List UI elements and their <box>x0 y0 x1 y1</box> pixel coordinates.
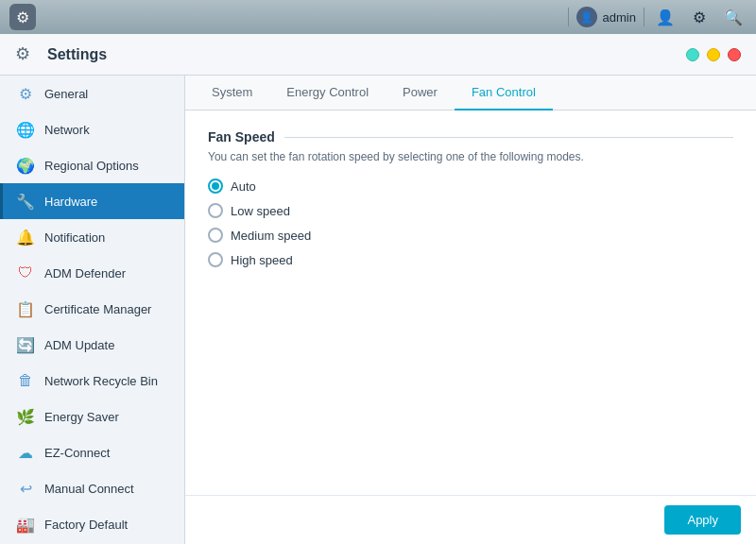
tab-content-fan-control: Fan Speed You can set the fan rotation s… <box>185 110 756 495</box>
radio-item-auto[interactable]: Auto <box>208 178 733 194</box>
sidebar-item-factory-default[interactable]: 🏭 Factory Default <box>0 506 184 542</box>
sidebar-label-cert: Certificate Manager <box>44 302 151 316</box>
sidebar-label-network: Network <box>44 123 90 137</box>
main-layout: ⚙ General 🌐 Network 🌍 Regional Options 🔧… <box>0 76 756 544</box>
user-info: 👤 admin <box>576 7 636 27</box>
tabs-bar: System Energy Control Power Fan Control <box>185 76 756 110</box>
settings-title: Settings <box>47 46 677 63</box>
sidebar-label-adm-update: ADM Update <box>44 338 114 352</box>
cert-icon: 📋 <box>16 299 35 318</box>
sidebar-label-regional: Regional Options <box>44 159 139 173</box>
sidebar-item-energy-saver[interactable]: 🌿 Energy Saver <box>0 399 184 434</box>
sidebar-label-factory: Factory Default <box>44 518 128 532</box>
sidebar-item-cert-manager[interactable]: 📋 Certificate Manager <box>0 291 184 327</box>
sidebar-label-adm-defender: ADM Defender <box>44 266 126 280</box>
settings-btn[interactable]: ⚙ <box>686 4 713 30</box>
radio-auto-inner <box>212 182 219 190</box>
adm-defender-icon: 🛡 <box>16 264 35 282</box>
settings-header-icon: ⚙ <box>15 43 38 66</box>
general-icon: ⚙ <box>16 84 35 103</box>
hardware-icon: 🔧 <box>16 192 35 211</box>
fan-speed-title: Fan Speed <box>208 129 733 144</box>
radio-item-low[interactable]: Low speed <box>208 203 733 218</box>
user-label: admin <box>603 10 636 25</box>
regional-icon: 🌍 <box>16 156 35 175</box>
tab-fan-control[interactable]: Fan Control <box>455 76 553 110</box>
network-icon: 🌐 <box>16 120 35 139</box>
sidebar-label-recycle: Network Recycle Bin <box>44 374 158 388</box>
radio-auto-label: Auto <box>231 179 256 194</box>
divider-1 <box>568 8 569 26</box>
sidebar-item-network-recycle[interactable]: 🗑 Network Recycle Bin <box>0 363 184 399</box>
sidebar-item-notification[interactable]: 🔔 Notification <box>0 219 184 255</box>
notification-icon: 🔔 <box>16 228 35 246</box>
divider-2 <box>644 8 644 26</box>
content-area: System Energy Control Power Fan Control … <box>185 76 756 544</box>
apply-button[interactable]: Apply <box>664 505 741 535</box>
radio-low-label: Low speed <box>231 204 290 218</box>
user-settings-btn[interactable]: 👤 <box>652 4 679 30</box>
sidebar-item-adm-update[interactable]: 🔄 ADM Update <box>0 327 184 363</box>
recycle-icon: 🗑 <box>16 371 35 390</box>
window-minimize-btn[interactable] <box>707 48 720 61</box>
sidebar-item-ez-connect[interactable]: ☁ EZ-Connect <box>0 434 184 470</box>
window-controls <box>686 48 741 61</box>
tab-system[interactable]: System <box>195 76 269 110</box>
settings-header: ⚙ Settings <box>0 34 756 76</box>
factory-icon: 🏭 <box>16 515 35 534</box>
fan-speed-description: You can set the fan rotation speed by se… <box>208 150 733 163</box>
sidebar-item-network[interactable]: 🌐 Network <box>0 111 184 147</box>
sidebar-item-general[interactable]: ⚙ General <box>0 76 184 111</box>
radio-auto-circle[interactable] <box>208 178 223 194</box>
sidebar-label-energy: Energy Saver <box>44 410 119 424</box>
sidebar-item-adm-defender[interactable]: 🛡 ADM Defender <box>0 255 184 291</box>
radio-item-high[interactable]: High speed <box>208 252 733 267</box>
sidebar-item-manual-connect[interactable]: ↩ Manual Connect <box>0 470 184 506</box>
fan-speed-options: Auto Low speed Medium speed High speed <box>208 178 733 267</box>
ez-icon: ☁ <box>16 443 35 462</box>
sidebar-label-manual: Manual Connect <box>44 482 134 496</box>
radio-medium-circle[interactable] <box>208 228 223 243</box>
sidebar-label-general: General <box>44 87 88 101</box>
sidebar-label-notification: Notification <box>44 230 105 245</box>
window-close-btn[interactable] <box>728 48 741 61</box>
tab-energy-control[interactable]: Energy Control <box>269 76 386 110</box>
apply-bar: Apply <box>185 495 756 544</box>
adm-update-icon: 🔄 <box>16 335 35 354</box>
sidebar-label-ez: EZ-Connect <box>44 446 110 460</box>
user-avatar-icon: 👤 <box>576 7 597 27</box>
tab-power[interactable]: Power <box>386 76 455 110</box>
manual-icon: ↩ <box>16 479 35 498</box>
radio-medium-label: Medium speed <box>231 229 311 243</box>
radio-high-label: High speed <box>231 253 293 267</box>
sidebar: ⚙ General 🌐 Network 🌍 Regional Options 🔧… <box>0 76 185 544</box>
radio-high-circle[interactable] <box>208 252 223 267</box>
app-icon: ⚙ <box>9 4 36 30</box>
radio-low-circle[interactable] <box>208 203 223 218</box>
radio-item-medium[interactable]: Medium speed <box>208 228 733 243</box>
search-btn[interactable]: 🔍 <box>720 4 747 30</box>
sidebar-item-hardware[interactable]: 🔧 Hardware <box>0 183 184 219</box>
sidebar-item-regional[interactable]: 🌍 Regional Options <box>0 147 184 183</box>
sidebar-label-hardware: Hardware <box>44 195 97 209</box>
energy-icon: 🌿 <box>16 407 35 426</box>
window-maximize-btn[interactable] <box>686 48 699 61</box>
top-bar: ⚙ 👤 admin 👤 ⚙ 🔍 <box>0 0 756 34</box>
